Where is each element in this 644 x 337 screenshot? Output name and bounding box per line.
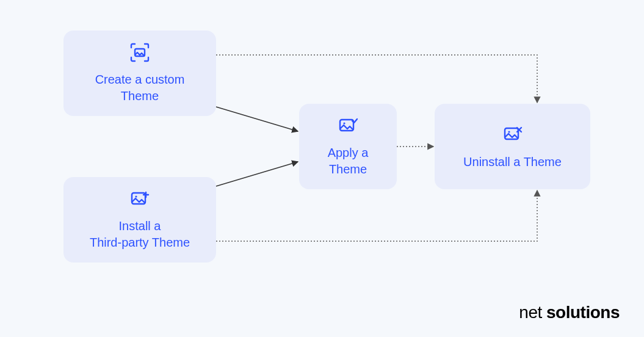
node-install-theme: Install aThird-party Theme — [63, 177, 216, 263]
node-create-theme: Create a customTheme — [63, 31, 216, 116]
node-apply-theme: Apply aTheme — [299, 104, 397, 189]
svg-line-8 — [216, 162, 298, 186]
node-uninstall-theme: Uninstall a Theme — [435, 104, 590, 189]
node-label: Apply aTheme — [328, 145, 369, 178]
svg-point-4 — [343, 122, 345, 124]
svg-point-2 — [135, 195, 137, 197]
brand-part2: solutions — [546, 303, 620, 322]
node-label: Create a customTheme — [95, 71, 185, 104]
brand-logo: net solutions — [519, 303, 620, 322]
svg-line-7 — [216, 107, 298, 131]
node-label: Install aThird-party Theme — [90, 218, 190, 251]
image-x-icon — [502, 123, 524, 145]
brand-part1: net — [519, 303, 546, 322]
image-check-icon — [337, 115, 359, 136]
image-scan-icon — [129, 42, 151, 63]
image-plus-icon — [129, 189, 151, 209]
svg-point-6 — [508, 131, 510, 132]
node-label: Uninstall a Theme — [463, 154, 562, 170]
